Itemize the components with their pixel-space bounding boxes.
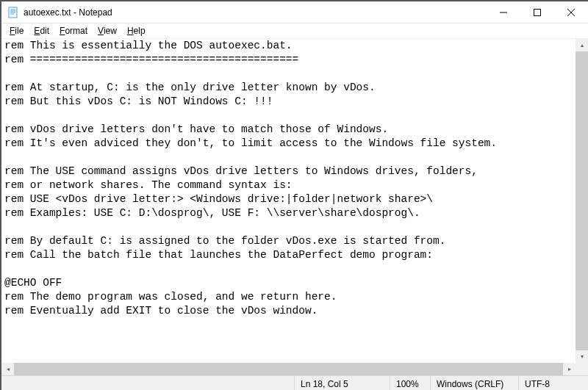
status-bar: Ln 18, Col 5 100% Windows (CRLF) UTF-8: [1, 375, 588, 390]
scroll-h-track[interactable]: [14, 363, 563, 375]
title-bar: autoexec.txt - Notepad: [1, 1, 588, 24]
editor-area: rem This is essentially the DOS autoexec…: [1, 38, 588, 375]
status-line-ending: Windows (CRLF): [430, 376, 518, 390]
menu-edit[interactable]: Edit: [29, 25, 54, 37]
menu-bar: File Edit Format View Help: [1, 24, 588, 38]
horizontal-scrollbar[interactable]: ◂ ▸: [1, 363, 576, 375]
scroll-v-track[interactable]: [576, 51, 588, 350]
vertical-scrollbar[interactable]: ▴ ▾: [576, 39, 588, 363]
scroll-right-icon[interactable]: ▸: [563, 363, 576, 375]
scroll-left-icon[interactable]: ◂: [1, 363, 14, 375]
scroll-h-thumb[interactable]: [14, 363, 563, 375]
notepad-icon: [7, 7, 19, 18]
scroll-v-thumb[interactable]: [576, 51, 588, 350]
status-zoom: 100%: [390, 376, 430, 390]
svg-rect-6: [534, 9, 541, 15]
scroll-corner: [576, 363, 588, 375]
status-position: Ln 18, Col 5: [294, 376, 390, 390]
menu-file[interactable]: File: [4, 25, 29, 37]
menu-format[interactable]: Format: [54, 25, 93, 37]
maximize-button[interactable]: [520, 1, 554, 24]
menu-view[interactable]: View: [93, 25, 122, 37]
scroll-down-icon[interactable]: ▾: [576, 350, 588, 363]
window-title: autoexec.txt - Notepad: [24, 7, 112, 18]
status-encoding: UTF-8: [518, 376, 588, 390]
menu-help[interactable]: Help: [122, 25, 151, 37]
text-editor[interactable]: rem This is essentially the DOS autoexec…: [1, 39, 576, 363]
minimize-button[interactable]: [487, 1, 520, 24]
status-spacer: [1, 376, 294, 390]
scroll-up-icon[interactable]: ▴: [576, 39, 588, 51]
close-button[interactable]: [554, 1, 588, 24]
